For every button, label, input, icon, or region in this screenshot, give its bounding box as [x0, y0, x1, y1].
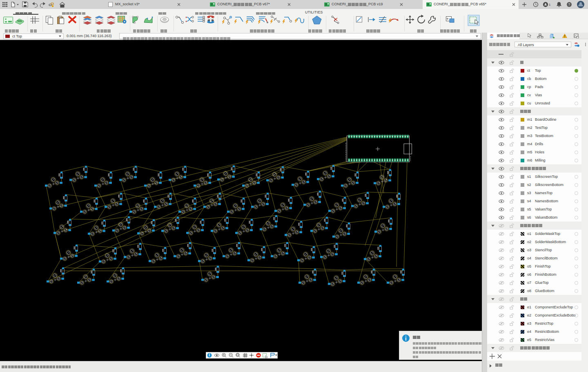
- svg-text:1: 1: [549, 3, 551, 7]
- svg-text:?: ?: [568, 2, 570, 7]
